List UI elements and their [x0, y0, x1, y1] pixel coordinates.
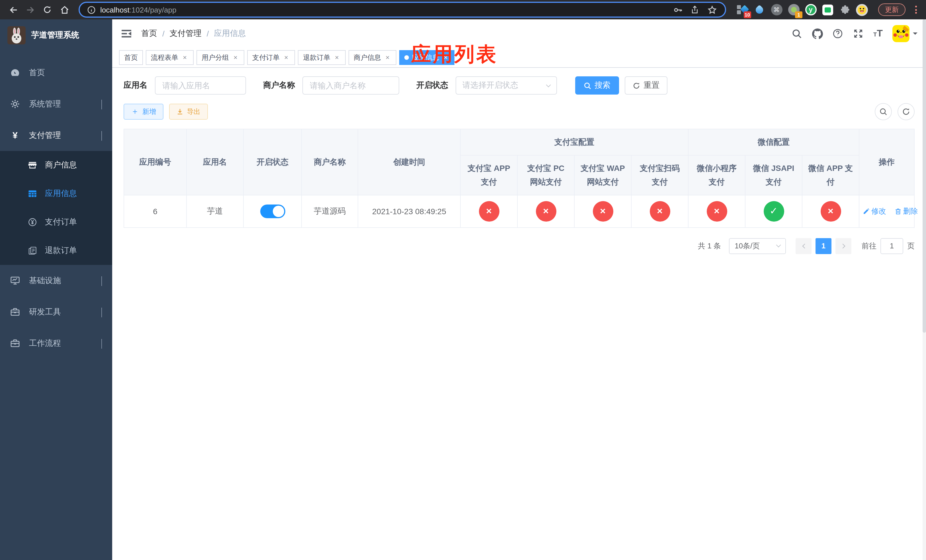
grid-icon [27, 189, 37, 198]
next-page-button[interactable] [835, 238, 851, 254]
show-search-toggle-button[interactable] [875, 103, 892, 120]
tab-label: 支付订单 [252, 53, 280, 62]
cell-status [244, 195, 301, 227]
extension-monkey-icon[interactable]: 10 [736, 4, 748, 16]
cell-alipay-scan: × [631, 195, 688, 227]
merchant-name-input[interactable] [303, 76, 399, 95]
tag-tab-home[interactable]: 首页 [119, 50, 143, 65]
col-actions: 操作 [859, 129, 914, 195]
search-icon[interactable] [791, 28, 802, 39]
github-icon[interactable] [812, 28, 823, 39]
sidebar-item-workflow[interactable]: 工作流程 [0, 328, 112, 359]
cell-alipay-pc: × [517, 195, 574, 227]
search-button[interactable]: 搜索 [575, 76, 619, 95]
extension-y-icon[interactable]: y [805, 4, 817, 16]
extensions-puzzle-icon[interactable] [839, 4, 851, 16]
goto-page-input[interactable] [881, 238, 903, 254]
page-size-select[interactable]: 10条/页 [729, 238, 786, 254]
monitor-icon [10, 276, 20, 285]
fullscreen-icon[interactable] [853, 28, 864, 39]
sidebar-item-pay-orders[interactable]: 支付订单 [0, 208, 112, 236]
chevron-down-icon [546, 82, 551, 87]
edit-link[interactable]: 修改 [863, 206, 886, 216]
hamburger-icon[interactable] [121, 28, 132, 39]
profile-avatar-icon[interactable] [856, 4, 868, 16]
tag-tab-flow-form[interactable]: 流程表单× [146, 50, 194, 65]
extension-recorder-icon[interactable]: 1 [788, 4, 800, 16]
delete-link[interactable]: 删除 [895, 206, 918, 216]
table-row: 6 芋道 芋道源码 2021-10-23 08:49:25 × × × × × [124, 195, 914, 227]
status-select[interactable]: 请选择开启状态 [455, 76, 557, 95]
breadcrumb-separator: / [162, 29, 165, 38]
scrollbar-thumb[interactable] [923, 20, 926, 333]
reset-button[interactable]: 重置 [625, 76, 667, 95]
current-page-button[interactable]: 1 [816, 238, 831, 254]
tag-tab-refund-orders[interactable]: 退款订单× [298, 50, 346, 65]
cell-actions: 修改 删除 [859, 195, 914, 227]
tag-tab-app-info[interactable]: 应用信息× [399, 50, 454, 65]
prev-page-button[interactable] [796, 238, 811, 254]
add-button[interactable]: ＋ 新增 [124, 104, 163, 120]
cell-created: 2021-10-23 08:49:25 [358, 195, 460, 227]
sidebar-item-payment[interactable]: ¥ 支付管理 [0, 120, 112, 151]
browser-update-button[interactable]: 更新 [878, 3, 905, 16]
sidebar-item-refund-orders[interactable]: 退款订单 [0, 236, 112, 265]
col-wx-mini: 微信小程序支付 [688, 155, 745, 195]
extension-command-icon[interactable]: ⌘ [770, 4, 782, 16]
tag-tab-pay-orders[interactable]: 支付订单× [247, 50, 295, 65]
user-menu[interactable] [893, 25, 917, 42]
refresh-button[interactable] [897, 103, 915, 120]
tag-tab-merchant-info[interactable]: 商户信息× [348, 50, 396, 65]
chevron-down-icon [776, 243, 781, 248]
extension-badge: 10 [743, 11, 751, 18]
close-tab-icon[interactable]: × [442, 54, 449, 61]
share-icon[interactable] [688, 5, 701, 14]
update-label: 更新 [885, 5, 899, 15]
key-icon[interactable] [672, 5, 684, 15]
toolbox-icon [10, 307, 20, 317]
reload-icon[interactable] [40, 2, 54, 17]
breadcrumb-home[interactable]: 首页 [141, 29, 157, 39]
sidebar-item-label: 应用信息 [45, 189, 77, 199]
back-icon[interactable] [6, 2, 21, 17]
export-button-label: 导出 [187, 107, 200, 117]
sidebar-item-label: 首页 [29, 68, 45, 78]
menu-dots-icon[interactable] [911, 6, 920, 14]
forward-icon[interactable] [23, 2, 38, 17]
extension-gem-icon[interactable] [754, 4, 766, 16]
window-scrollbar[interactable] [923, 20, 926, 560]
active-tab-dot [404, 55, 409, 60]
status-badge: × [649, 201, 670, 221]
sidebar-item-merchant-info[interactable]: 商户信息 [0, 151, 112, 179]
sidebar-item-home[interactable]: 首页 [0, 57, 112, 88]
close-tab-icon[interactable]: × [232, 54, 239, 61]
export-button[interactable]: 导出 [169, 104, 208, 120]
info-icon[interactable] [86, 5, 96, 14]
close-tab-icon[interactable]: × [283, 54, 290, 61]
extension-chat-icon[interactable] [822, 4, 834, 16]
close-tab-icon[interactable]: × [181, 54, 189, 61]
chevron-right-icon [840, 244, 845, 248]
tab-label: 首页 [124, 53, 138, 62]
plus-icon: ＋ [131, 106, 139, 117]
help-icon[interactable] [832, 28, 843, 39]
chevron-down-icon [101, 100, 102, 109]
breadcrumb-payment[interactable]: 支付管理 [170, 29, 201, 39]
app-name-input[interactable] [155, 76, 246, 95]
cell-merchant: 芋道源码 [301, 195, 358, 227]
sidebar-item-system[interactable]: 系统管理 [0, 88, 112, 120]
star-icon[interactable] [706, 5, 718, 15]
close-tab-icon[interactable]: × [333, 54, 340, 61]
sidebar-item-dev-tools[interactable]: 研发工具 [0, 296, 112, 328]
app-table: 应用编号 应用名 开启状态 商户名称 创建时间 支付宝配置 微信配置 操作 支付… [124, 129, 915, 228]
close-tab-icon[interactable]: × [384, 54, 391, 61]
url-bar[interactable]: localhost:1024/pay/app [79, 2, 726, 18]
sidebar-item-app-info[interactable]: 应用信息 [0, 179, 112, 208]
tag-tab-user-group[interactable]: 用户分组× [197, 50, 244, 65]
status-toggle[interactable] [260, 204, 285, 218]
home-icon[interactable] [57, 2, 72, 17]
sidebar-item-infrastructure[interactable]: 基础设施 [0, 265, 112, 296]
font-size-icon[interactable]: TT [873, 29, 883, 38]
user-avatar[interactable] [893, 25, 909, 42]
toolbox-icon [10, 338, 20, 348]
